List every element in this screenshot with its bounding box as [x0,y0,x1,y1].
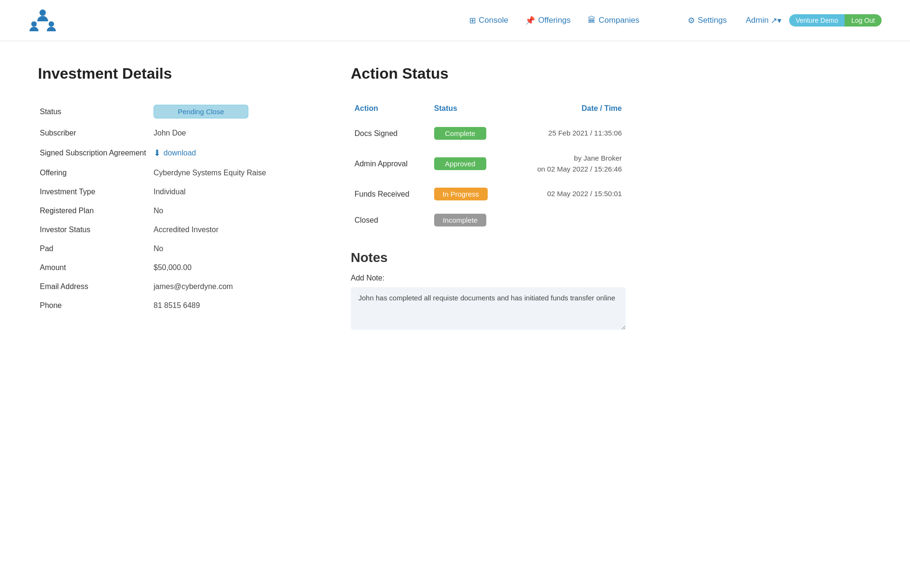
field-label-investor-status: Investor Status [38,220,152,239]
field-phone: Phone 81 8515 6489 [38,296,313,315]
logo-area [28,9,57,32]
action-status-admin-approval: Approved [430,146,508,181]
action-datetime-admin-approval: by Jane Brokeron 02 May 2022 / 15:26:46 [508,146,626,181]
notes-title: Notes [351,250,626,265]
download-link[interactable]: ⬇ download [154,148,311,158]
action-label-docs-signed: Docs Signed [351,120,430,146]
user-badge-group: Venture Demo Log Out [789,14,882,27]
action-label-funds-received: Funds Received [351,181,430,207]
field-label-registered-plan: Registered Plan [38,201,152,220]
header-right: Admin ↗▾ Venture Demo Log Out [746,14,882,27]
field-amount: Amount $50,000.00 [38,258,313,277]
action-status-docs-signed: Complete [430,120,508,146]
investment-details-panel: Investment Details Status Pending Close … [38,65,313,332]
pill-incomplete: Incomplete [434,214,486,226]
building-icon: 🏛 [588,16,596,25]
investment-details-table: Status Pending Close Subscriber John Doe… [38,100,313,315]
field-value-amount: $50,000.00 [152,258,313,277]
investment-details-title: Investment Details [38,65,313,82]
nav-console[interactable]: ⊞ Console [469,16,508,26]
field-label-amount: Amount [38,258,152,277]
right-panel: Action Status Action Status Date / Time … [351,65,626,332]
field-value-investment-type: Individual [152,182,313,201]
action-status-funds-received: In Progress [430,181,508,207]
field-email: Email Address james@cyberdyne.com [38,277,313,296]
field-label-investment-type: Investment Type [38,182,152,201]
field-value-investor-status: Accredited Investor [152,220,313,239]
field-label-email: Email Address [38,277,152,296]
field-registered-plan: Registered Plan No [38,201,313,220]
field-value-status: Pending Close [152,100,313,124]
field-value-offering: Cyberdyne Systems Equity Raise [152,163,313,182]
action-label-closed: Closed [351,207,430,233]
admin-link[interactable]: Admin ↗▾ [746,16,781,26]
svg-point-2 [49,21,55,27]
action-row-docs-signed: Docs Signed Complete 25 Feb 2021 / 11:35… [351,120,626,146]
col-date-time: Date / Time [508,100,626,120]
status-badge-pending-close: Pending Close [154,105,248,118]
notes-section: Notes Add Note: John has completed all r… [351,250,626,332]
pill-complete: Complete [434,127,486,140]
header: ⊞ Console 📌 Offerings 🏛 Companies ⚙ Sett… [0,0,910,41]
action-status-closed: Incomplete [430,207,508,233]
venture-badge: Venture Demo [789,14,845,27]
field-value-registered-plan: No [152,201,313,220]
download-icon: ⬇ [154,148,161,158]
field-label-phone: Phone [38,296,152,315]
nav-settings[interactable]: ⚙ Settings [688,16,727,26]
action-row-funds-received: Funds Received In Progress 02 May 2022 /… [351,181,626,207]
field-label-pad: Pad [38,239,152,258]
nav-offerings[interactable]: 📌 Offerings [525,16,571,26]
field-investor-status: Investor Status Accredited Investor [38,220,313,239]
field-label-offering: Offering [38,163,152,182]
nav-companies[interactable]: 🏛 Companies [588,16,639,25]
field-subscriber: Subscriber John Doe [38,124,313,143]
action-table-header-row: Action Status Date / Time [351,100,626,120]
action-row-admin-approval: Admin Approval Approved by Jane Brokeron… [351,146,626,181]
gear-icon: ⚙ [688,16,695,26]
action-datetime-closed [508,207,626,233]
action-status-table: Action Status Date / Time Docs Signed Co… [351,100,626,233]
main-content: Investment Details Status Pending Close … [0,41,664,355]
field-value-email: james@cyberdyne.com [152,277,313,296]
pill-in-progress: In Progress [434,188,488,200]
col-status: Status [430,100,508,120]
action-datetime-funds-received: 02 May 2022 / 15:50:01 [508,181,626,207]
logout-button[interactable]: Log Out [845,14,882,27]
field-value-phone: 81 8515 6489 [152,296,313,315]
action-status-title: Action Status [351,65,626,82]
svg-point-1 [31,21,37,27]
pill-approved: Approved [434,157,486,170]
col-action: Action [351,100,430,120]
field-offering: Offering Cyberdyne Systems Equity Raise [38,163,313,182]
console-icon: ⊞ [469,16,476,26]
action-label-admin-approval: Admin Approval [351,146,430,181]
action-row-closed: Closed Incomplete [351,207,626,233]
add-note-label: Add Note: [351,274,626,282]
pin-icon: 📌 [525,16,535,26]
field-signed-agreement: Signed Subscription Agreement ⬇ download [38,143,313,163]
field-label-signed-agreement: Signed Subscription Agreement [38,143,152,163]
field-value-subscriber: John Doe [152,124,313,143]
field-pad: Pad No [38,239,313,258]
field-label-status: Status [38,100,152,124]
field-label-subscriber: Subscriber [38,124,152,143]
field-value-pad: No [152,239,313,258]
action-datetime-docs-signed: 25 Feb 2021 / 11:35:06 [508,120,626,146]
field-investment-type: Investment Type Individual [38,182,313,201]
main-nav: ⊞ Console 📌 Offerings 🏛 Companies ⚙ Sett… [469,16,727,26]
field-status: Status Pending Close [38,100,313,124]
note-textarea[interactable]: John has completed all requiste document… [351,287,626,330]
field-value-signed-agreement: ⬇ download [152,143,313,163]
logo-icon [28,9,57,32]
svg-point-0 [39,9,46,16]
admin-icon: ↗▾ [771,16,782,26]
